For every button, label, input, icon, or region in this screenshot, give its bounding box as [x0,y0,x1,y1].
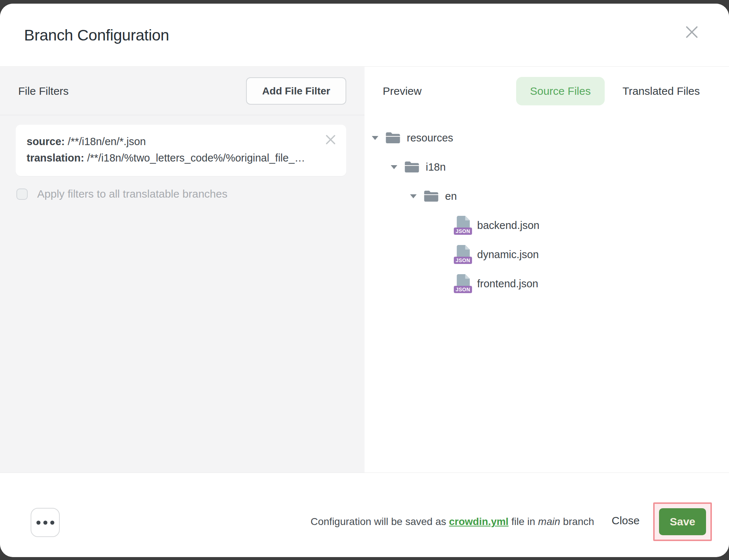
chevron-down-icon[interactable] [391,165,397,169]
message-prefix: Configuration will be saved as [311,516,449,527]
page-title: Branch Configuration [24,4,169,67]
remove-filter-icon [325,134,336,145]
file-filters-header: File Filters Add File Filter [0,67,364,115]
apply-filters-row: Apply filters to all translatable branch… [16,188,227,200]
close-button[interactable]: Close [608,514,643,527]
json-badge: JSON [454,257,472,264]
more-options-button[interactable] [31,508,60,537]
preview-header: Preview Source Files Translated Files [364,67,729,115]
save-button[interactable]: Save [659,508,706,535]
file-filters-panel: File Filters Add File Filter source: /**… [0,67,364,472]
tree-row-frontend-json[interactable]: JSON frontend.json [364,269,729,298]
json-file-icon: JSON [454,216,472,235]
ellipsis-icon [36,521,40,525]
dialog-footer: Configuration will be saved as crowdin.y… [0,472,729,557]
message-middle: file in [508,516,538,527]
chevron-down-icon[interactable] [410,194,417,198]
tab-translated-files[interactable]: Translated Files [609,77,700,105]
close-icon [685,26,698,39]
file-tree: resources i18n en [364,123,729,298]
file-filters-heading: File Filters [18,67,69,115]
apply-filters-checkbox[interactable] [16,188,28,200]
tree-row-en[interactable]: en [364,182,729,211]
message-suffix: branch [560,516,594,527]
filter-source-value: /**/i18n/en/*.json [65,136,146,147]
chevron-down-icon[interactable] [372,136,378,140]
tree-label: dynamic.json [477,249,539,261]
json-badge: JSON [454,286,472,293]
filter-translation-line: translation: /**/i18n/%two_letters_code%… [27,150,321,166]
add-file-filter-button[interactable]: Add File Filter [246,77,346,105]
tree-label: resources [407,132,453,144]
folder-icon [424,190,439,202]
folder-icon [404,161,420,173]
filter-source-label: source: [27,136,65,147]
json-file-icon: JSON [454,274,472,293]
save-button-highlight: Save [653,502,712,541]
tree-row-dynamic-json[interactable]: JSON dynamic.json [364,240,729,269]
tree-row-resources[interactable]: resources [364,123,729,152]
folder-icon [385,132,401,144]
preview-panel: Preview Source Files Translated Files re… [364,67,729,472]
save-location-message: Configuration will be saved as crowdin.y… [311,516,594,528]
json-badge: JSON [454,228,472,235]
tree-label: frontend.json [477,278,538,290]
dialog-header: Branch Configuration [0,4,729,67]
tree-row-i18n[interactable]: i18n [364,152,729,182]
tree-label: en [445,190,457,202]
crowdin-yml-link[interactable]: crowdin.yml [449,516,508,527]
branch-configuration-dialog: Branch Configuration File Filters Add Fi… [0,4,729,557]
filter-card: source: /**/i18n/en/*.json translation: … [16,125,346,176]
json-file-icon: JSON [454,245,472,264]
tree-row-backend-json[interactable]: JSON backend.json [364,211,729,240]
dialog-close-button[interactable] [685,25,699,39]
tree-label: i18n [426,161,446,173]
tab-source-files[interactable]: Source Files [516,77,605,105]
preview-tabs: Source Files Translated Files [516,77,700,105]
ellipsis-icon [50,521,54,525]
filter-translation-value: /**/i18n/%two_letters_code%/%original_fi… [84,152,305,164]
filter-source-line: source: /**/i18n/en/*.json [27,133,321,150]
remove-filter-button[interactable] [324,133,337,146]
preview-heading: Preview [383,85,422,97]
apply-filters-label: Apply filters to all translatable branch… [37,188,227,200]
tree-label: backend.json [477,219,539,232]
branch-name: main [538,516,560,527]
ellipsis-icon [43,521,47,525]
filter-translation-label: translation: [27,152,84,164]
